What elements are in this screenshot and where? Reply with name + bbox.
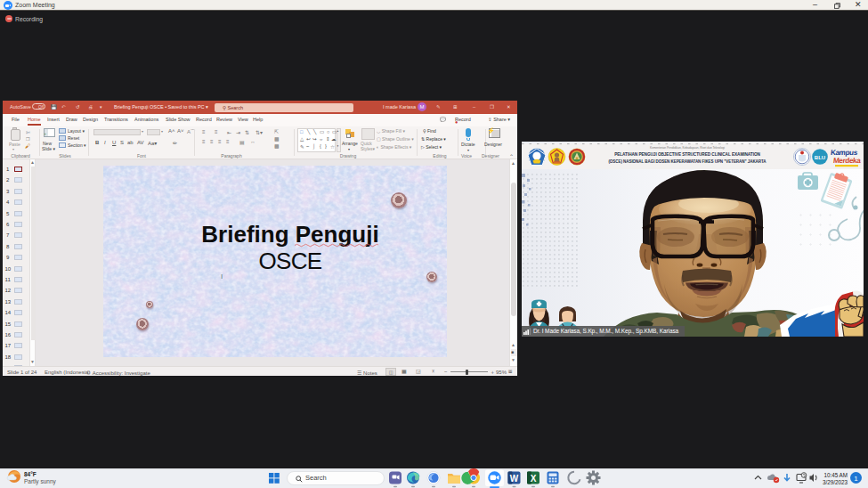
svg-text:X: X xyxy=(531,474,537,484)
svg-text:Merdeka: Merdeka xyxy=(832,157,861,165)
svg-text:Kementerian Pendidikan, Kebuda: Kementerian Pendidikan, Kebudayaan, Rise… xyxy=(650,146,725,150)
svg-text:W: W xyxy=(510,474,519,484)
svg-text:1: 1 xyxy=(854,475,858,483)
svg-text:Kampus: Kampus xyxy=(830,149,858,157)
svg-text:PELATIHAN PENGUJI OBJECTIVE ST: PELATIHAN PENGUJI OBJECTIVE STRUCTURED C… xyxy=(614,152,760,157)
svg-text:(OSCE) NASIONAL BAGI DOSEN KEP: (OSCE) NASIONAL BAGI DOSEN KEPERAWATAN F… xyxy=(608,159,767,164)
svg-text:BLU: BLU xyxy=(815,155,825,160)
